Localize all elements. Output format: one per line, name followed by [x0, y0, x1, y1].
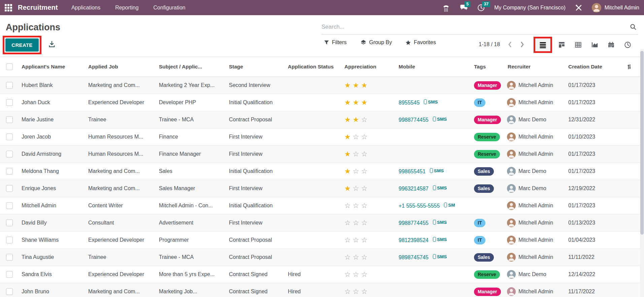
table-row[interactable]: Enrique Jones Marketing and Com... Sales…	[0, 180, 640, 197]
star-icon[interactable]: ☆	[344, 236, 353, 244]
row-checkbox[interactable]	[6, 116, 13, 123]
star-icon[interactable]: ☆	[353, 167, 361, 175]
apps-menu-icon[interactable]	[5, 4, 12, 11]
create-button[interactable]: CREATE	[5, 38, 39, 52]
user-avatar[interactable]	[592, 3, 601, 12]
mobile-link[interactable]: 9988774455	[399, 220, 429, 226]
star-icon[interactable]: ☆	[353, 184, 361, 192]
menu-configuration[interactable]: Configuration	[154, 5, 185, 11]
star-icon[interactable]: ☆	[344, 219, 353, 227]
star-icon[interactable]: ☆	[353, 288, 361, 295]
mobile-link[interactable]: 9898745745	[399, 254, 429, 260]
star-icon[interactable]: ☆	[361, 253, 370, 261]
filters-button[interactable]: Filters	[324, 39, 347, 46]
star-icon[interactable]: ☆	[361, 133, 370, 141]
calendar-view-button[interactable]	[604, 38, 619, 51]
sms-button[interactable]: SMS	[433, 220, 447, 225]
table-row[interactable]: David Armstrong Human Resources M... Fin…	[0, 146, 640, 163]
star-icon[interactable]: ★	[353, 116, 361, 123]
table-row[interactable]: Hubert Blank Marketing and Com... Market…	[0, 77, 640, 94]
pager-value[interactable]: 1-18 / 18	[479, 41, 500, 48]
star-icon[interactable]: ☆	[353, 150, 361, 158]
row-checkbox[interactable]	[6, 219, 13, 226]
star-icon[interactable]: ☆	[361, 167, 370, 175]
column-subject[interactable]: Subject / Applic...	[156, 64, 226, 70]
star-icon[interactable]: ★	[344, 81, 353, 89]
star-icon[interactable]: ☆	[361, 150, 370, 158]
table-row[interactable]: Meldona Thang Marketing and Com... Sales…	[0, 163, 640, 180]
menu-applications[interactable]: Applications	[71, 5, 100, 11]
star-icon[interactable]: ☆	[361, 219, 370, 227]
table-row[interactable]: Marie Justine Trainee Trainee - MCA Cont…	[0, 111, 640, 128]
row-checkbox[interactable]	[6, 271, 13, 278]
search-icon[interactable]	[630, 23, 637, 30]
table-row[interactable]: Johan Duck Experienced Developer Develop…	[0, 94, 640, 111]
star-icon[interactable]: ☆	[344, 288, 353, 295]
optional-columns-icon[interactable]	[609, 63, 640, 70]
favorites-button[interactable]: Favorites	[405, 39, 436, 46]
row-checkbox[interactable]	[6, 288, 13, 295]
star-icon[interactable]: ★	[344, 98, 353, 106]
star-icon[interactable]: ☆	[361, 184, 370, 192]
mobile-link[interactable]: +1 555-555-5555	[399, 203, 440, 208]
star-icon[interactable]: ☆	[361, 236, 370, 244]
scrollbar-thumb[interactable]	[640, 51, 644, 235]
star-icon[interactable]: ★	[344, 167, 353, 175]
star-icon[interactable]: ★	[344, 133, 353, 141]
mobile-link[interactable]: 9988774455	[399, 117, 429, 122]
sms-button[interactable]: SMS	[424, 99, 438, 105]
table-row[interactable]: Tina Augustie Trainee Trainee - MCA Cont…	[0, 249, 640, 266]
sms-button[interactable]: SMS	[433, 185, 447, 190]
sms-button[interactable]: SM	[444, 203, 455, 208]
sms-button[interactable]: SMS	[433, 117, 447, 122]
star-icon[interactable]: ★	[361, 81, 370, 89]
mobile-link[interactable]: 9812398524	[399, 237, 429, 243]
sms-button[interactable]: SMS	[433, 237, 447, 242]
star-icon[interactable]: ★	[361, 98, 370, 106]
table-row[interactable]: Sandra Elvis Experienced Developer More …	[0, 266, 640, 283]
pager-previous-icon[interactable]	[507, 41, 512, 48]
activity-view-button[interactable]	[620, 38, 635, 51]
star-icon[interactable]: ☆	[353, 270, 361, 278]
star-icon[interactable]: ★	[353, 98, 361, 106]
column-appreciation[interactable]: Appreciation	[338, 64, 391, 70]
voip-phone-icon[interactable]	[442, 3, 450, 12]
column-application-status[interactable]: Application Status	[285, 64, 338, 70]
table-row[interactable]: Joren Jacob Human Resources M... Finance…	[0, 128, 640, 146]
star-icon[interactable]: ☆	[361, 116, 370, 123]
star-icon[interactable]: ☆	[361, 202, 370, 209]
column-tags[interactable]: Tags	[471, 64, 505, 70]
vertical-scrollbar[interactable]	[640, 49, 644, 297]
list-view-button[interactable]	[535, 38, 550, 51]
export-icon[interactable]	[48, 40, 56, 48]
column-applied-job[interactable]: Applied Job	[86, 64, 156, 70]
table-row[interactable]: Mitchell Admin Content Writer Mitchell A…	[0, 197, 640, 214]
star-icon[interactable]: ☆	[353, 133, 361, 141]
company-switcher[interactable]: My Company (San Francisco)	[494, 5, 566, 11]
star-icon[interactable]: ☆	[353, 253, 361, 261]
star-icon[interactable]: ☆	[353, 219, 361, 227]
sms-button[interactable]: SMS	[430, 168, 444, 173]
row-checkbox[interactable]	[6, 237, 13, 243]
column-applicant-name[interactable]: Applicant's Name	[19, 64, 86, 70]
pager-next-icon[interactable]	[520, 41, 525, 48]
column-stage[interactable]: Stage	[226, 64, 285, 70]
mobile-link[interactable]: 9963214587	[399, 185, 429, 191]
mobile-link[interactable]: 8955545	[399, 99, 419, 105]
row-checkbox[interactable]	[6, 202, 13, 209]
row-checkbox[interactable]	[6, 99, 13, 106]
table-row[interactable]: John Bruno Marketing and Com... Marketin…	[0, 283, 640, 297]
user-name[interactable]: Mitchell Admin	[605, 5, 639, 11]
star-icon[interactable]: ★	[353, 81, 361, 89]
column-creation-date[interactable]: Creation Date	[566, 64, 609, 70]
mobile-link[interactable]: 998655451	[399, 168, 426, 174]
star-icon[interactable]: ☆	[353, 202, 361, 209]
star-icon[interactable]: ☆	[344, 253, 353, 261]
star-icon[interactable]: ☆	[353, 236, 361, 244]
graph-view-button[interactable]	[587, 38, 602, 51]
row-checkbox[interactable]	[6, 133, 13, 140]
column-mobile[interactable]: Mobile	[391, 64, 471, 70]
debug-tools-icon[interactable]	[574, 3, 583, 12]
star-icon[interactable]: ☆	[344, 270, 353, 278]
messages-icon[interactable]: 5	[459, 3, 468, 12]
